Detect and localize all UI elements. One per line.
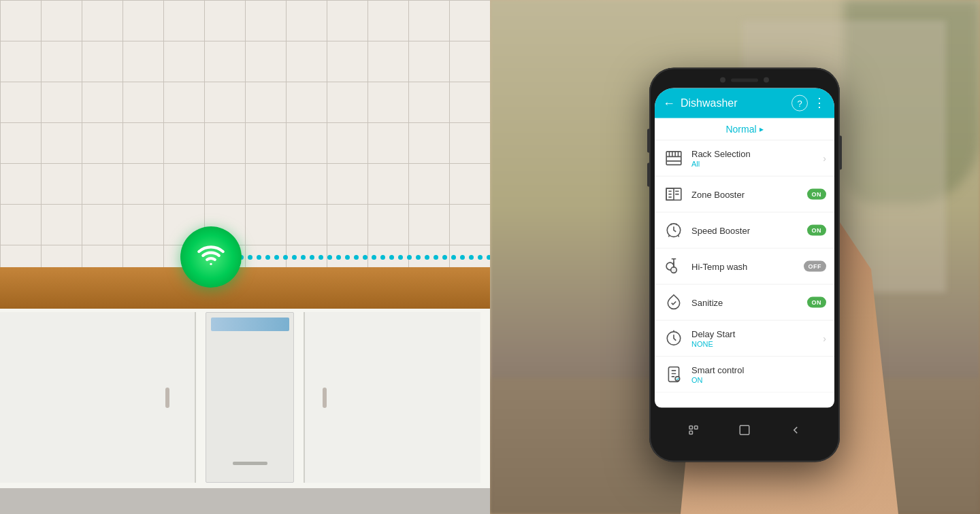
phone-top-notch [704, 73, 785, 87]
dot [425, 255, 429, 260]
zone-booster-label: Zone Booster [691, 189, 807, 199]
floor [0, 488, 490, 514]
app-title: Dishwasher [681, 97, 791, 109]
cabinet-area [0, 309, 490, 489]
front-camera [720, 78, 725, 83]
dot [442, 255, 447, 260]
dot [380, 255, 385, 260]
svg-rect-29 [689, 431, 693, 434]
mode-selector[interactable]: Normal ▸ [655, 118, 834, 141]
dot [363, 255, 368, 260]
back-button[interactable]: ← [663, 96, 675, 110]
dot [416, 255, 421, 260]
smart-control-label: Smart control [691, 365, 826, 375]
hi-temp-icon [663, 256, 685, 277]
earpiece [731, 78, 758, 82]
kitchen-panel [0, 0, 490, 514]
speed-booster-content: Speed Booster [691, 225, 807, 235]
sanitize-toggle[interactable]: ON [807, 297, 827, 308]
cabinet-right [304, 312, 480, 483]
hi-temp-wash-item[interactable]: Hi-Temp wash OFF [655, 249, 834, 285]
rack-selection-content: Rack Selection All [691, 149, 820, 168]
dot [327, 255, 332, 260]
dot [310, 255, 314, 260]
rack-icon [663, 148, 685, 169]
cabinet-left [0, 312, 196, 483]
svg-point-18 [671, 267, 677, 273]
dot [460, 255, 465, 260]
dot [283, 255, 288, 260]
dot [398, 255, 403, 260]
delay-start-item[interactable]: Delay Start NONE › [655, 321, 834, 357]
recent-apps-button[interactable] [684, 420, 703, 439]
speed-booster-icon [663, 220, 685, 241]
help-icon[interactable]: ? [791, 95, 808, 112]
back-nav-button[interactable] [786, 420, 805, 439]
dot [265, 255, 270, 260]
sanitize-content: Sanitize [691, 297, 807, 307]
svg-point-0 [210, 263, 212, 265]
zone-booster-toggle[interactable]: ON [807, 189, 827, 200]
app-header: ← Dishwasher ? ⋮ [655, 88, 834, 118]
svg-rect-28 [695, 426, 698, 429]
speed-booster-item[interactable]: Speed Booster ON [655, 213, 834, 249]
dot [257, 255, 261, 260]
rack-selection-arrow: › [823, 153, 826, 164]
delay-start-value: NONE [691, 340, 820, 348]
sanitize-label: Sanitize [691, 297, 807, 307]
phone-frame: ← Dishwasher ? ⋮ Normal ▸ [649, 68, 840, 462]
dishwasher-top-bar [211, 318, 289, 331]
dot [248, 255, 252, 260]
svg-rect-27 [689, 426, 693, 429]
dot [469, 255, 474, 260]
dot [434, 255, 438, 260]
current-mode: Normal [725, 124, 756, 135]
dishwasher-handle [233, 462, 267, 465]
dot [345, 255, 350, 260]
delay-start-label: Delay Start [691, 329, 820, 339]
dishwasher [206, 312, 294, 483]
sensor [764, 78, 769, 83]
wifi-icon [197, 241, 225, 273]
delay-start-arrow: › [823, 333, 826, 344]
volume-down-button [647, 163, 650, 187]
counter-top [0, 267, 490, 308]
rack-selection-item[interactable]: Rack Selection All › [655, 141, 834, 177]
hi-temp-wash-label: Hi-Temp wash [691, 261, 804, 271]
delay-start-icon [663, 328, 685, 349]
smart-control-value: ON [691, 376, 826, 384]
dot [478, 255, 483, 260]
sanitize-item[interactable]: Sanitize ON [655, 285, 834, 321]
svg-rect-30 [740, 425, 749, 434]
dot [292, 255, 297, 260]
more-menu-icon[interactable]: ⋮ [813, 95, 826, 112]
dot [451, 255, 456, 260]
zone-booster-item[interactable]: Zone Booster ON [655, 177, 834, 213]
speed-booster-toggle[interactable]: ON [807, 225, 827, 236]
volume-up-button [647, 129, 650, 153]
dot [407, 255, 412, 260]
zone-booster-icon [663, 184, 685, 205]
speed-booster-label: Speed Booster [691, 225, 807, 235]
phone-nav-bar [655, 411, 834, 449]
delay-start-content: Delay Start NONE [691, 329, 820, 348]
tile-wall [0, 0, 490, 283]
mode-arrow-icon: ▸ [760, 124, 764, 134]
home-button[interactable] [735, 420, 754, 439]
dot [389, 255, 394, 260]
dot [274, 255, 279, 260]
wifi-indicator [180, 226, 242, 288]
power-button [839, 136, 842, 170]
dot [301, 255, 306, 260]
hi-temp-wash-toggle[interactable]: OFF [804, 261, 827, 272]
rack-selection-value: All [691, 160, 820, 168]
svg-line-17 [676, 224, 676, 225]
hi-temp-wash-content: Hi-Temp wash [691, 261, 804, 271]
dot [336, 255, 341, 260]
smart-control-item[interactable]: Smart control ON [655, 357, 834, 393]
sanitize-icon [663, 292, 685, 313]
header-icons: ? ⋮ [791, 95, 826, 112]
smart-control-icon [663, 364, 685, 386]
svg-point-26 [675, 377, 680, 381]
settings-list: Rack Selection All › [655, 141, 834, 393]
